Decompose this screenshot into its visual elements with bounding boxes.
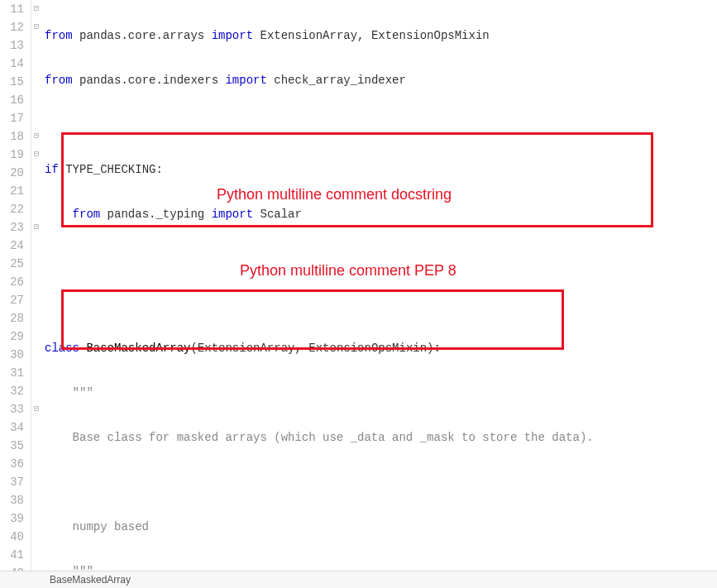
line-number: 17 <box>0 109 24 127</box>
line-number: 31 <box>0 364 24 382</box>
line-number: 37 <box>0 473 24 491</box>
line-number: 29 <box>0 327 24 346</box>
fold-icon[interactable]: ⊟ <box>32 151 41 159</box>
line-number-gutter: 11 12 13 14 15 16 17 18 19 20 21 22 23 2… <box>0 0 31 571</box>
code-line[interactable]: Base class for masked arrays (which use … <box>43 428 717 447</box>
line-number: 22 <box>0 200 24 218</box>
line-number: 21 <box>0 182 24 200</box>
line-number: 14 <box>0 55 24 73</box>
line-number: 13 <box>0 36 24 55</box>
line-number: 34 <box>0 418 24 437</box>
annotation-label-docstring: Python multiline comment docstring <box>217 186 452 203</box>
line-number: 27 <box>0 291 24 309</box>
line-number: 11 <box>0 0 24 18</box>
fold-icon[interactable]: ⊟ <box>32 23 41 31</box>
code-line[interactable]: """ <box>43 562 717 571</box>
line-number: 38 <box>0 491 24 509</box>
code-line[interactable]: from pandas.core.arrays import Extension… <box>43 26 717 45</box>
line-number: 33●↑ <box>0 400 24 418</box>
fold-icon[interactable]: ⊟ <box>32 405 41 414</box>
fold-icon[interactable]: ⊟ <box>32 5 41 13</box>
code-line[interactable] <box>43 116 717 134</box>
line-number: 24 <box>0 237 24 255</box>
line-number: 32 <box>0 382 24 400</box>
line-number: 18 <box>0 127 24 146</box>
code-line[interactable]: numpy based <box>43 518 717 536</box>
line-number: 23 <box>0 218 24 237</box>
code-editor[interactable]: 11 12 13 14 15 16 17 18 19 20 21 22 23 2… <box>0 0 717 571</box>
annotation-label-pep8: Python multiline comment PEP 8 <box>240 262 456 280</box>
line-number: 40 <box>0 528 24 546</box>
line-number: 41 <box>0 546 24 564</box>
line-number: 26 <box>0 273 24 291</box>
line-number: 42 <box>0 564 24 571</box>
line-number: 28 <box>0 309 24 327</box>
code-line[interactable] <box>43 294 717 313</box>
line-number: 19 <box>0 146 24 164</box>
fold-icon[interactable]: ⊟ <box>32 132 41 141</box>
code-line[interactable]: from pandas.core.indexers import check_a… <box>43 71 717 89</box>
code-line[interactable]: if TYPE_CHECKING: <box>43 160 717 179</box>
line-number: 20 <box>0 164 24 182</box>
line-number: 35 <box>0 437 24 455</box>
fold-icon[interactable]: ⊟ <box>32 223 41 232</box>
line-number: 30 <box>0 346 24 364</box>
code-line[interactable]: from pandas._typing import Scalar <box>43 205 717 223</box>
code-line[interactable]: """ <box>43 384 717 402</box>
code-line[interactable] <box>43 473 717 491</box>
status-bar: BaseMaskedArray <box>0 571 717 588</box>
code-line[interactable]: class BaseMaskedArray(ExtensionArray, Ex… <box>43 339 717 357</box>
line-number: 15 <box>0 73 24 91</box>
line-number: 12 <box>0 18 24 36</box>
line-number: 16 <box>0 91 24 109</box>
fold-column: ⊟ ⊟ ⊟ ⊟ ⊟ ⊟ <box>31 0 43 571</box>
line-number: 36 <box>0 455 24 473</box>
line-number: 39 <box>0 509 24 528</box>
code-content[interactable]: from pandas.core.arrays import Extension… <box>43 0 717 571</box>
breadcrumb[interactable]: BaseMaskedArray <box>50 574 131 586</box>
line-number: 25 <box>0 255 24 273</box>
